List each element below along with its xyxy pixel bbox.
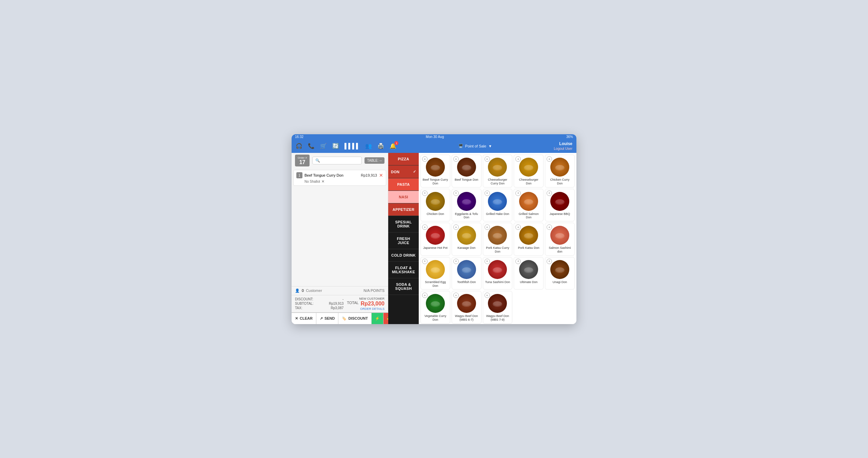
product-card-karaage-don[interactable]: + Karaage Don <box>452 223 481 256</box>
add-product-button[interactable]: + <box>515 259 521 264</box>
cart-icon[interactable]: 🛒 <box>320 143 327 149</box>
add-product-button[interactable]: + <box>453 224 459 230</box>
category-menu: PIZZA DON ✓ PASTA NASI APPETIZER SPESIAL… <box>388 153 419 324</box>
product-name: Cheeseburger Curry Don <box>485 178 511 185</box>
category-float-milkshake[interactable]: FLOAT & MILKSHAKE <box>388 262 419 278</box>
tax-value: Rp3,087 <box>331 306 343 310</box>
add-product-button[interactable]: + <box>547 224 552 230</box>
product-card-wagyu-beef-don-67[interactable]: + Wagyu Beef Don (MBS 6-7) <box>452 291 481 324</box>
add-product-button[interactable]: + <box>422 191 428 196</box>
add-product-button[interactable]: + <box>453 259 459 264</box>
table-badge[interactable]: TABLE: -- <box>364 157 384 164</box>
product-name: Scrambled Egg Don <box>422 280 448 288</box>
add-product-button[interactable]: + <box>515 224 521 230</box>
product-card-toothfish-don[interactable]: + Toothfish Don <box>452 257 481 290</box>
users-icon[interactable]: 👥 <box>365 143 372 149</box>
logout-link[interactable]: Logout User <box>554 146 572 151</box>
product-card-japanese-bbq[interactable]: + Japanese BBQ <box>545 189 575 222</box>
new-customer-btn[interactable]: NEW CUSTOMER <box>347 297 384 300</box>
search-box[interactable]: 🔍 <box>312 157 362 164</box>
product-image <box>426 158 445 177</box>
add-product-button[interactable]: + <box>515 191 521 196</box>
add-product-button[interactable]: + <box>422 259 428 264</box>
category-special-drink[interactable]: SPESIAL DRINK <box>388 216 419 233</box>
product-card-beef-tongue-curry-don[interactable]: + Beef Tongue Curry Don <box>420 155 450 187</box>
lightning-icon: ⚡ <box>375 316 380 321</box>
category-cold-drink[interactable]: COLD DRINK <box>388 249 419 262</box>
category-soda-squash[interactable]: SODA & SQUASH <box>388 278 419 295</box>
add-product-button[interactable]: + <box>422 156 428 162</box>
discount-button[interactable]: 🏷️ DISCOUNT <box>338 313 371 324</box>
svg-point-5 <box>493 165 501 170</box>
add-product-button[interactable]: + <box>485 224 490 230</box>
add-product-button[interactable]: + <box>453 191 459 196</box>
product-card-chicken-don[interactable]: + Chicken Don <box>420 189 450 222</box>
product-image <box>457 192 476 211</box>
order-details-btn[interactable]: ORDER DETAILS <box>347 307 384 311</box>
clear-button[interactable]: ✕ CLEAR <box>292 313 316 324</box>
product-card-cheeseburger-don[interactable]: + Cheeseburger Don <box>514 155 544 187</box>
svg-point-13 <box>462 199 471 204</box>
product-card-chicken-curry-don[interactable]: + Chicken Curry Don <box>545 155 575 187</box>
send-button[interactable]: ↗ SEND <box>316 313 339 324</box>
add-product-button[interactable]: + <box>453 156 459 162</box>
category-pasta[interactable]: PASTA <box>388 178 419 191</box>
svg-point-33 <box>462 267 471 272</box>
product-card-pork-katsu-don[interactable]: + Pork Katsu Don <box>514 223 544 256</box>
category-fresh-juice[interactable]: FRESH JUICE <box>388 233 419 249</box>
add-product-button[interactable]: + <box>453 293 459 298</box>
add-product-button[interactable]: + <box>485 191 490 196</box>
item-price: Rp19,913 <box>361 173 377 177</box>
category-don[interactable]: DON ✓ <box>388 165 419 178</box>
order-label: Order # <box>298 156 307 159</box>
product-card-ultimate-don[interactable]: + Ultimate Don <box>514 257 544 290</box>
refresh-icon[interactable]: 🔄 <box>332 143 339 149</box>
bell-icon[interactable]: 🔔 1 <box>390 143 396 149</box>
product-image <box>550 192 569 211</box>
product-card-beef-tongue-don[interactable]: + Beef Tongue Don <box>452 155 481 187</box>
customer-search-input[interactable] <box>306 288 361 293</box>
headset-icon[interactable]: 🎧 <box>296 143 302 149</box>
product-card-salmon-sashimi-don[interactable]: + Salmon Sashimi don <box>545 223 575 256</box>
product-name: Tuna Sashimi Don <box>485 280 510 284</box>
svg-point-15 <box>493 199 501 204</box>
add-product-button[interactable]: + <box>485 156 490 162</box>
add-product-button[interactable]: + <box>547 156 552 162</box>
add-product-button[interactable]: + <box>485 259 490 264</box>
order-number-box: Order # 17 <box>295 155 310 166</box>
category-nasi[interactable]: NASI <box>388 191 419 203</box>
add-product-button[interactable]: + <box>422 224 428 230</box>
printer-icon[interactable]: 🖨️ <box>377 143 384 149</box>
svg-point-35 <box>493 267 501 272</box>
pos-dropdown-icon[interactable]: ▼ <box>488 144 492 148</box>
product-card-scrambled-egg-don[interactable]: + Scrambled Egg Don <box>420 257 450 290</box>
add-product-button[interactable]: + <box>547 259 552 264</box>
product-name: Pork Katsu Don <box>518 246 539 250</box>
category-appetizer[interactable]: APPETIZER <box>388 203 419 216</box>
product-image <box>488 158 507 177</box>
product-name: Ultimate Don <box>520 280 537 284</box>
add-product-button[interactable]: + <box>547 191 552 196</box>
product-card-eggplants-tofu-don[interactable]: + Eggplants & Tofu Don <box>452 189 481 222</box>
remove-item-button[interactable]: ✕ <box>379 173 383 178</box>
phone-icon[interactable]: 📞 <box>308 143 315 149</box>
product-card-pork-katsu-curry-don[interactable]: + Pork Katsu Curry Don <box>483 223 513 256</box>
add-product-button[interactable]: + <box>485 293 490 298</box>
barcode-icon[interactable]: ▌▌▌▌ <box>344 143 360 149</box>
product-card-tuna-sashimi-don[interactable]: + Tuna Sashimi Don <box>483 257 513 290</box>
product-card-cheeseburger-curry-don[interactable]: + Cheeseburger Curry Don <box>483 155 513 187</box>
add-product-button[interactable]: + <box>515 156 521 162</box>
bottom-actions: ✕ CLEAR ↗ SEND 🏷️ DISCOUNT ⚡ 💳 PAY <box>292 312 388 324</box>
product-card-unagi-don[interactable]: + Unagi Don <box>545 257 575 290</box>
add-product-button[interactable]: + <box>422 293 428 298</box>
remove-note-button[interactable]: ✕ <box>321 180 324 183</box>
product-card-vegetable-curry-don[interactable]: + Vegetable Curry Don <box>420 291 450 324</box>
svg-point-43 <box>462 301 471 306</box>
product-card-grilled-hake-don[interactable]: + Grilled Hake Don <box>483 189 513 222</box>
don-label: DON <box>391 170 399 174</box>
product-card-wagyu-beef-don-79[interactable]: + Wagyu Beef Don (MBS 7-9) <box>483 291 513 324</box>
product-card-grilled-salmon-don[interactable]: + Grilled Salmon Don <box>514 189 544 222</box>
product-card-japanese-hot-pot[interactable]: + Japanese Hot Pot <box>420 223 450 256</box>
quick-button[interactable]: ⚡ <box>372 313 383 324</box>
category-pizza[interactable]: PIZZA <box>388 153 419 165</box>
